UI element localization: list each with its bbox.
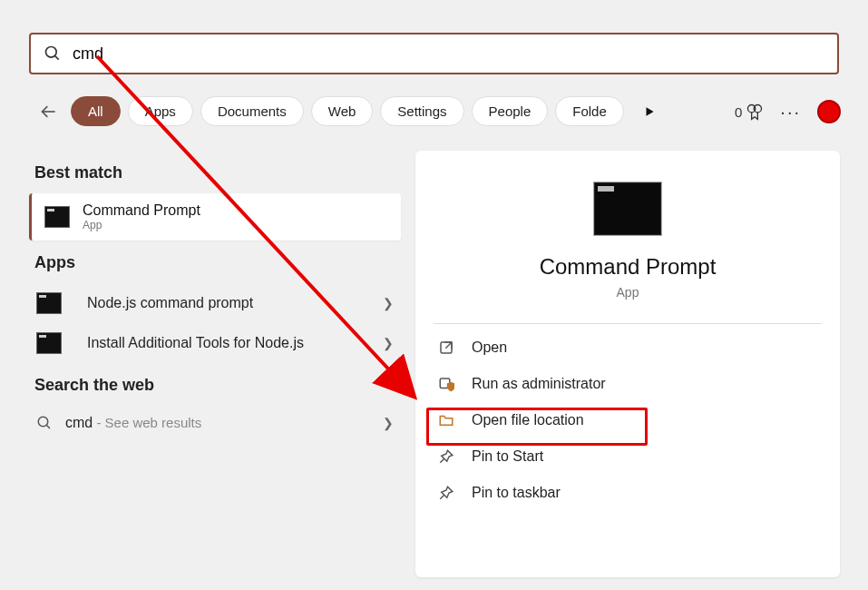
terminal-icon: [36, 292, 62, 314]
search-bar[interactable]: [29, 33, 839, 74]
shield-window-icon: [437, 375, 455, 393]
avatar[interactable]: [817, 100, 841, 123]
folder-icon: [437, 411, 455, 429]
more-filters-button[interactable]: [635, 97, 664, 126]
best-match-title: Command Prompt: [83, 202, 200, 219]
app-row-label: Install Additional Tools for Node.js: [87, 335, 304, 351]
svg-point-6: [38, 417, 48, 427]
section-apps: Apps: [34, 253, 395, 272]
chevron-right-icon: ❯: [383, 336, 394, 350]
action-label: Pin to taskbar: [472, 485, 561, 501]
app-result-node-tools[interactable]: Install Additional Tools for Node.js ❯: [29, 323, 401, 363]
rewards-icon: [746, 103, 764, 121]
best-match-item[interactable]: Command Prompt App: [29, 193, 401, 241]
header-right: 0 ···: [735, 100, 841, 123]
filter-all[interactable]: All: [71, 96, 121, 126]
search-icon: [44, 44, 62, 63]
action-label: Open: [472, 339, 507, 356]
search-icon: [36, 415, 53, 431]
svg-line-12: [440, 495, 444, 499]
preview-panel: Command Prompt App Open Run as administr…: [415, 151, 840, 577]
open-icon: [437, 339, 455, 357]
action-label: Run as administrator: [472, 376, 606, 392]
filter-folders[interactable]: Folde: [555, 96, 624, 126]
svg-line-11: [440, 458, 444, 463]
chevron-right-icon: ❯: [383, 296, 394, 310]
filter-web[interactable]: Web: [311, 96, 374, 126]
action-open[interactable]: Open: [434, 329, 822, 366]
app-row-label: Node.js command prompt: [87, 295, 253, 311]
rewards-badge[interactable]: 0: [735, 103, 764, 121]
action-pin-taskbar[interactable]: Pin to taskbar: [434, 475, 822, 511]
filter-documents[interactable]: Documents: [200, 96, 304, 126]
filter-apps[interactable]: Apps: [128, 96, 193, 126]
pin-icon: [437, 447, 455, 466]
app-result-node-prompt[interactable]: Node.js command prompt ❯: [29, 283, 401, 323]
section-best-match: Best match: [34, 163, 395, 182]
web-result-row[interactable]: cmd - See web results ❯: [29, 406, 401, 440]
web-hint: - See web results: [93, 415, 201, 430]
terminal-icon: [36, 332, 62, 354]
filter-settings[interactable]: Settings: [380, 96, 463, 126]
action-run-admin[interactable]: Run as administrator: [434, 366, 822, 402]
results-column: Best match Command Prompt App Apps Node.…: [29, 151, 401, 440]
preview-subtitle: App: [617, 285, 639, 300]
overflow-button[interactable]: ···: [780, 102, 801, 123]
svg-line-9: [445, 342, 452, 349]
action-open-location[interactable]: Open file location: [434, 402, 822, 438]
back-button[interactable]: [34, 97, 63, 126]
terminal-icon: [593, 182, 662, 236]
divider: [434, 323, 822, 324]
action-pin-start[interactable]: Pin to Start: [434, 438, 822, 475]
search-input[interactable]: [73, 44, 824, 64]
action-label: Open file location: [472, 412, 584, 428]
filter-row: All Apps Documents Web Settings People F…: [34, 96, 664, 126]
filter-people[interactable]: People: [472, 96, 549, 126]
svg-point-0: [46, 47, 57, 58]
pin-icon: [437, 484, 455, 502]
svg-line-1: [55, 56, 59, 60]
section-web: Search the web: [34, 376, 395, 395]
chevron-right-icon: ❯: [383, 416, 394, 430]
svg-line-7: [46, 425, 50, 428]
preview-title: Command Prompt: [540, 254, 717, 280]
web-query: cmd: [65, 415, 93, 430]
preview-hero: Command Prompt App: [434, 182, 822, 300]
best-match-subtitle: App: [83, 219, 200, 231]
rewards-count: 0: [735, 104, 742, 120]
action-label: Pin to Start: [472, 448, 543, 465]
svg-marker-3: [646, 107, 653, 115]
terminal-icon: [44, 206, 70, 228]
